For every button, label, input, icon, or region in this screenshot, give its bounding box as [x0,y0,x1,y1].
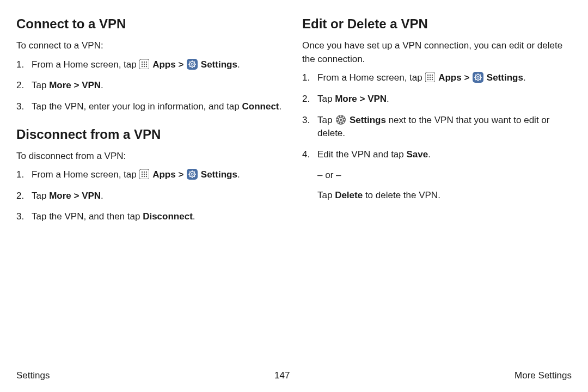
step-3: Tap the VPN, and then tap Disconnect. [16,210,286,224]
step-1: From a Home screen, tap Apps > Settings. [16,58,286,72]
apps-icon [139,59,149,69]
gear-icon [335,114,346,125]
text: to delete the VPN. [363,190,440,200]
intro-disconnect: To disconnect from a VPN: [16,150,286,163]
end: . [101,80,103,90]
footer: Settings 147 More Settings [16,370,572,381]
text: Tap the VPN, and then tap [32,211,143,222]
step-2: Tap More > VPN. [16,79,286,93]
intro-connect: To connect to a VPN: [16,39,286,53]
text: Tap [317,115,335,125]
or-separator: – or – [317,169,572,182]
settings-icon [473,72,483,83]
more-vpn: More > VPN [49,80,101,90]
delete-instruction: Tap Delete to delete the VPN. [317,189,572,203]
apps-icon [139,169,149,179]
end: . [193,211,195,222]
gt: > [462,72,472,83]
text: From a Home screen, tap [32,169,139,180]
step-3: Tap the VPN, enter your log in informati… [16,100,286,114]
steps-connect: From a Home screen, tap Apps > Settings.… [16,58,286,114]
footer-page-number: 147 [274,370,290,381]
step-1: From a Home screen, tap Apps > Settings. [16,168,286,182]
settings-icon [187,169,198,180]
section-edit-delete-vpn: Edit or Delete a VPN Once you have set u… [302,16,572,203]
end: . [101,191,103,201]
delete-label: Delete [335,190,363,200]
step-2: Tap More > VPN. [16,189,286,203]
footer-left: Settings [16,370,50,381]
settings-label: Settings [201,169,237,180]
text: Tap the VPN, enter your log in informati… [32,101,242,112]
steps-edit-delete: From a Home screen, tap Apps > Settings.… [302,71,572,161]
gt: > [176,169,186,180]
intro-edit-delete: Once you have set up a VPN connection, y… [302,39,572,66]
heading-disconnect: Disconnect from a VPN [16,127,286,142]
end: . [387,94,389,104]
step-1: From a Home screen, tap Apps > Settings. [302,71,572,85]
content-columns: Connect to a VPN To connect to a VPN: Fr… [16,16,572,237]
apps-label: Apps [152,169,176,180]
right-column: Edit or Delete a VPN Once you have set u… [302,16,572,237]
text: From a Home screen, tap [32,59,139,70]
save-label: Save [407,149,428,160]
apps-icon [425,72,435,82]
text: Tap [32,80,49,90]
settings-label: Settings [201,59,237,70]
step-2: Tap More > VPN. [302,93,572,106]
text: Tap [32,191,49,201]
section-connect-vpn: Connect to a VPN To connect to a VPN: Fr… [16,16,286,114]
settings-icon [187,59,198,70]
apps-label: Apps [152,59,176,70]
step-4: Edit the VPN and tap Save. [302,148,572,162]
end: . [237,169,240,180]
gt: > [176,59,186,70]
settings-label: Settings [487,72,523,83]
end: . [279,101,282,112]
heading-edit-delete: Edit or Delete a VPN [302,16,572,32]
connect-label: Connect [242,101,279,112]
left-column: Connect to a VPN To connect to a VPN: Fr… [16,16,286,237]
section-disconnect-vpn: Disconnect from a VPN To disconnect from… [16,127,286,224]
text: Edit the VPN and tap [317,149,407,160]
text: Tap [317,94,335,104]
heading-connect: Connect to a VPN [16,16,286,32]
text: Tap [317,190,335,200]
end: . [523,72,526,83]
step-3: Tap Settings next to the VPN that you wa… [302,114,572,140]
more-vpn: More > VPN [49,191,101,201]
end: . [428,149,431,160]
apps-label: Apps [438,72,462,83]
footer-right: More Settings [514,370,572,381]
steps-disconnect: From a Home screen, tap Apps > Settings.… [16,168,286,224]
text: From a Home screen, tap [317,72,425,83]
settings-label: Settings [350,115,386,125]
more-vpn: More > VPN [335,94,387,104]
end: . [237,59,240,70]
disconnect-label: Disconnect [143,211,193,222]
